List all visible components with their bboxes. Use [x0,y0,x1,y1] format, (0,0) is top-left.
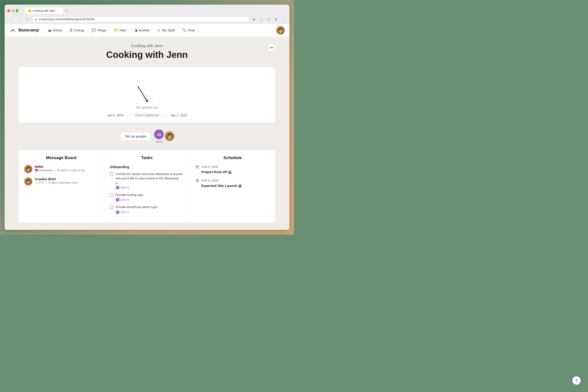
new-tab-button[interactable]: + [64,8,69,14]
task-item-1: Provide the names and email addresses of… [110,172,184,190]
start-date: Jan 6, 2025 [107,114,124,117]
message-text-hello: Hello! ❤️ Heartbeat — Hi Jenn! Lovely to… [35,165,85,172]
url-text: 3.basecamp.com/4428456/projects/38791544 [39,18,95,21]
task-item-3: Provide WordPress admin login JS Jenn S. [110,205,184,214]
reload-button[interactable]: ↻ [24,16,30,22]
progress-dates: Jan 6, 2025 │ │ Hasn't started yet │ │ A… [107,113,187,117]
progress-card: No updates yet Jan 6, 2025 │ │ Hasn't st… [18,67,276,123]
message-title-hello: Hello! [35,165,85,168]
nav-my-stuff[interactable]: ☺ My Stuff [154,27,178,34]
nav-home[interactable]: ⛰ Home [44,27,65,34]
nav-activity[interactable]: ◑ Activity [131,27,153,34]
schedule-event-name-1: Project Kick-off 🪨 [195,170,270,174]
active-tab[interactable]: 🙂 Cooking with Jenn ✕ [25,8,63,14]
message-text-brief: Creative Brief ✨ FYI — Project Overview … [35,177,78,184]
message-item-brief[interactable]: 👩 Creative Brief ✨ FYI — Project Overvie… [24,177,98,186]
basecamp-logo-icon [9,27,16,34]
end-date: Apr 7, 2025 [170,114,187,117]
task-checkbox-2[interactable] [110,193,114,197]
more-options-button[interactable]: ••• [267,44,276,52]
avatar-photo[interactable]: 👩 [165,131,174,141]
schedule-date-icon-2: 📅 [195,179,199,183]
tab-favicon: 🙂 [28,9,31,12]
svg-point-19 [146,100,148,102]
avatar-js-initials: JS [157,132,161,136]
task-assignee-2: JS Jenn S. [116,198,144,202]
message-title-brief: Creative Brief [35,177,78,181]
nav-lineup[interactable]: ☰ Lineup [66,27,88,34]
message-item-hello[interactable]: 👩 Hello! ❤️ Heartbeat — Hi Jenn! Lovely … [24,165,98,173]
schedule-column: Schedule 📅 JAN 6, 2025 Project Kick-off … [190,150,276,223]
progress-status: Hasn't started yet [133,113,161,117]
assignee-avatar-1: JS [116,186,120,190]
task-checkbox-1[interactable] [110,172,114,176]
assignee-avatar-3: JS [116,210,120,214]
toolbar-actions: ⊕ ☆ ⬡ ⬇ ⋮ [251,16,287,22]
schedule-event-name-2: Expected Site Launch 🪨 [195,184,270,188]
no-updates-text: No updates yet [136,106,158,109]
logo-text: Basecamp [18,28,39,32]
extensions-button[interactable]: ⬡ [266,16,272,22]
minimize-window-button[interactable] [12,10,14,12]
app-wrapper: Basecamp ⛰ Home ☰ Lineup 💬 Pings 🌕 Hey! [4,24,290,230]
schedule-date-row-2: 📅 APR 8, 2025 [195,179,270,183]
more-button[interactable]: ⋮ [280,16,287,22]
avatar-js[interactable]: JS [154,130,164,139]
date-separator-right: │ │ [163,114,168,117]
find-icon: 🔍 [182,28,186,32]
forward-button[interactable]: › [16,16,22,22]
main-content: Cooking with Jenn Cooking with Jenn ••• [4,37,290,230]
nav-lineup-label: Lineup [74,28,84,32]
back-button[interactable]: ‹ [7,16,14,22]
avatar-item-photo: 👩 [165,131,174,141]
task-text-3: Provide WordPress admin login JS Jenn S. [116,205,158,214]
nav-logo[interactable]: Basecamp [9,27,39,34]
nav-pings[interactable]: 💬 Pings [88,27,110,34]
nav-activity-label: Activity [139,28,150,32]
schedule-date-text-2: APR 8, 2025 [201,179,218,182]
schedule-date-text-1: JAN 6, 2025 [201,165,218,168]
maximize-window-button[interactable] [16,10,18,12]
lineup-icon: ☰ [69,28,72,32]
speedometer-svg [112,74,182,103]
zoom-button[interactable]: ⊕ [251,16,257,22]
task-checkbox-3[interactable] [110,206,114,209]
activity-icon: ◑ [134,28,137,32]
assignee-name-1: Jenn S. [120,186,130,190]
schedule-date-icon-1: 📅 [195,165,199,169]
tasks-title: Tasks [110,156,184,160]
project-title: Cooking with Jenn [18,50,276,60]
schedule-date-row-1: 📅 JAN 6, 2025 [195,165,270,169]
traffic-lights [7,10,18,12]
task-text-1: Provide the names and email addresses of… [116,172,184,190]
lock-icon: 🔒 [35,18,38,20]
task-item-2: Provide hosting login JS Jenn S. [110,193,184,202]
task-group-onboarding-title: Onboarding [110,165,184,169]
schedule-item-2[interactable]: 📅 APR 8, 2025 Expected Site Launch 🪨 [195,179,270,188]
nav-find[interactable]: 🔍 Find [179,27,198,34]
columns-wrapper: Message Board 👩 Hello! ❤️ Heartbeat — Hi… [18,150,276,223]
schedule-title: Schedule [195,156,270,160]
avatar-item-js: JS Client [154,130,164,143]
task-text-2: Provide hosting login JS Jenn S. [116,193,144,202]
url-bar[interactable]: 🔒 3.basecamp.com/4428456/projects/387915… [32,16,249,22]
assignee-avatar-2: JS [116,198,120,202]
speedometer [112,74,182,103]
nav-hey[interactable]: 🌕 Hey! [110,27,130,34]
pings-icon: 💬 [92,28,96,32]
setup-people-button[interactable]: Set up people [120,132,152,141]
message-avatar-hello: 👩 [24,165,32,173]
app-nav: Basecamp ⛰ Home ☰ Lineup 💬 Pings 🌕 Hey! [4,24,290,37]
message-board-column: Message Board 👩 Hello! ❤️ Heartbeat — Hi… [18,150,104,223]
download-button[interactable]: ⬇ [273,16,279,22]
message-avatar-brief: 👩 [24,177,32,186]
avatar-js-label: Client [156,140,162,143]
close-window-button[interactable] [7,10,10,12]
tab-close-button[interactable]: ✕ [56,9,60,12]
user-avatar[interactable]: 👩 [276,26,285,35]
schedule-item-1[interactable]: 📅 JAN 6, 2025 Project Kick-off 🪨 [195,165,270,174]
task-assignee-3: JS Jenn S. [116,210,158,214]
avatar-group: JS Client 👩 [154,130,174,143]
date-separator-left: │ │ [126,114,131,117]
bookmark-button[interactable]: ☆ [258,16,264,22]
